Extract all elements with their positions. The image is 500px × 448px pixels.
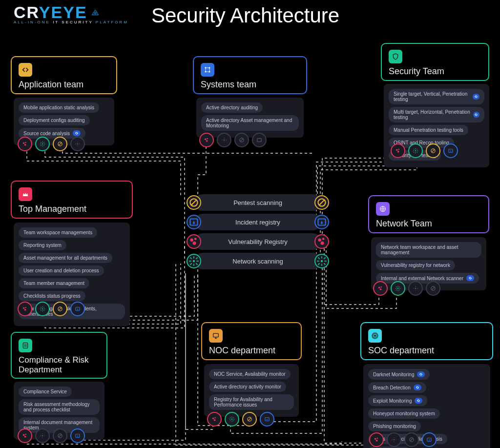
- red-icon: [187, 234, 201, 249]
- svg-point-140: [193, 260, 195, 262]
- bubble-dim-icon[interactable]: [408, 281, 423, 296]
- svg-point-39: [415, 150, 416, 151]
- tag-item[interactable]: NOC Service, Availability monitor: [209, 369, 291, 379]
- center-pill[interactable]: Network scanning: [194, 253, 321, 269]
- svg-rect-86: [23, 343, 27, 348]
- bubble-blue-icon[interactable]: [260, 412, 274, 427]
- bubble-row-compliance: [18, 428, 85, 443]
- tag-item[interactable]: Darknet Monitoring: [368, 369, 430, 380]
- bubble-red-icon[interactable]: [18, 302, 32, 316]
- svg-line-148: [190, 263, 191, 265]
- bubble-yellow-icon[interactable]: [53, 137, 67, 151]
- svg-point-68: [380, 286, 382, 288]
- tag-item[interactable]: Asset management for all departments: [19, 253, 112, 263]
- tag-item[interactable]: Honeypot monitoring system: [368, 408, 440, 419]
- svg-line-12: [43, 142, 44, 143]
- bubble-red-icon[interactable]: [369, 432, 384, 447]
- bubble-red-icon[interactable]: [373, 281, 388, 296]
- bubble-blue-icon[interactable]: [422, 432, 437, 447]
- svg-point-79: [415, 288, 416, 289]
- card-noc: NOC department: [201, 322, 302, 360]
- tag-item[interactable]: Deployment configs auditing: [19, 115, 90, 125]
- bubble-red-icon[interactable]: [18, 428, 32, 443]
- center-pill[interactable]: Incident registry: [194, 214, 321, 230]
- svg-point-100: [214, 417, 216, 419]
- svg-point-53: [24, 309, 26, 311]
- bubble-dim-icon[interactable]: [426, 281, 440, 296]
- page-title: Security Architecture: [151, 4, 339, 27]
- green-icon: [314, 254, 329, 268]
- bubble-dim-icon[interactable]: [53, 428, 67, 443]
- svg-point-137: [318, 239, 321, 242]
- svg-line-157: [318, 263, 319, 265]
- bubble-dim-icon[interactable]: [35, 428, 50, 443]
- bubble-blue-icon[interactable]: [70, 428, 85, 443]
- tag-item[interactable]: Risk assessment methodology and process …: [19, 399, 100, 415]
- tag-item[interactable]: Compliance Service: [19, 387, 72, 397]
- bubble-green-icon[interactable]: [391, 281, 405, 296]
- bubble-red-icon[interactable]: [207, 412, 222, 427]
- bubble-green-icon[interactable]: [35, 137, 50, 151]
- bubble-yellow-icon[interactable]: [242, 412, 257, 427]
- tag-item[interactable]: Active directory auditing: [201, 102, 263, 113]
- bubble-red-icon[interactable]: [18, 137, 32, 151]
- tag-item[interactable]: Reporting system: [19, 240, 66, 250]
- svg-point-139: [321, 242, 324, 245]
- tag-item[interactable]: Registry for Availability and Performanc…: [209, 394, 294, 410]
- card-title: Security Team: [389, 66, 481, 77]
- tag-item[interactable]: Exploit Monitoring: [368, 395, 427, 406]
- tag-item[interactable]: Team member management: [19, 278, 89, 288]
- bubble-dim-icon[interactable]: [234, 133, 249, 147]
- bubble-dim-icon[interactable]: [70, 137, 85, 151]
- bubble-dim-icon[interactable]: [387, 432, 401, 447]
- bubble-green-icon[interactable]: [225, 412, 239, 427]
- card-title: Network Team: [376, 219, 481, 229]
- svg-point-25: [205, 139, 207, 141]
- svg-point-88: [25, 434, 26, 435]
- bubble-dim-icon[interactable]: [217, 133, 231, 147]
- svg-point-102: [231, 419, 232, 420]
- tag-item[interactable]: Multi target, Horizontal, Penetration te…: [389, 107, 484, 122]
- link-icon: [473, 112, 479, 118]
- center-pill[interactable]: Pentest scanning: [194, 194, 321, 211]
- svg-point-1: [95, 13, 95, 13]
- bubble-red-icon[interactable]: [391, 143, 405, 158]
- bubble-yellow-icon[interactable]: [426, 143, 440, 158]
- bubble-green-icon[interactable]: [408, 143, 423, 158]
- svg-line-126: [410, 438, 413, 441]
- svg-point-119: [376, 440, 378, 442]
- bubble-yellow-icon[interactable]: [53, 302, 67, 316]
- center-pill-label: Pentest scanning: [233, 199, 282, 206]
- monitor-icon: [209, 329, 223, 343]
- tag-item[interactable]: Team workspace managements: [19, 227, 97, 238]
- tag-item[interactable]: Manual Penetration testing tools: [389, 125, 468, 135]
- svg-line-47: [414, 152, 415, 153]
- svg-point-5: [42, 143, 43, 144]
- card-title: Top Management: [19, 204, 125, 214]
- bubble-red-icon[interactable]: [199, 133, 214, 147]
- tag-item[interactable]: Active directory activity monitor: [209, 382, 286, 392]
- svg-line-49: [432, 149, 435, 152]
- svg-point-26: [207, 138, 208, 140]
- center-pill[interactable]: Vulnerability Registry: [194, 233, 321, 250]
- svg-line-108: [233, 420, 234, 421]
- bubble-dim-icon[interactable]: [404, 432, 419, 447]
- bubble-blue-icon[interactable]: [443, 143, 458, 158]
- tag-item[interactable]: Single target, Vertical, Penetration tes…: [389, 89, 484, 104]
- tag-item[interactable]: Mobile application static analysis: [19, 102, 99, 113]
- bubble-dim-icon[interactable]: [252, 133, 267, 147]
- tag-item[interactable]: Network team workspace and asset managem…: [376, 242, 481, 258]
- tag-item[interactable]: User creation and deletion process: [19, 265, 104, 276]
- tag-item[interactable]: Checklists status progress: [19, 291, 85, 301]
- tag-item[interactable]: Phishing monitoring: [368, 421, 421, 431]
- tag-item[interactable]: Breach Detection: [368, 382, 426, 393]
- svg-point-136: [193, 242, 196, 245]
- logo-text-plain: CR: [14, 3, 39, 21]
- tag-item[interactable]: Vulnerability registry for network: [376, 260, 455, 270]
- svg-point-117: [375, 438, 376, 440]
- svg-line-64: [59, 307, 62, 310]
- card-body-noc: NOC Service, Availability monitorActive …: [204, 364, 299, 417]
- bubble-green-icon[interactable]: [35, 302, 50, 316]
- tag-item[interactable]: Active directory Asset management and Mo…: [201, 115, 299, 131]
- bubble-blue-icon[interactable]: [70, 302, 85, 316]
